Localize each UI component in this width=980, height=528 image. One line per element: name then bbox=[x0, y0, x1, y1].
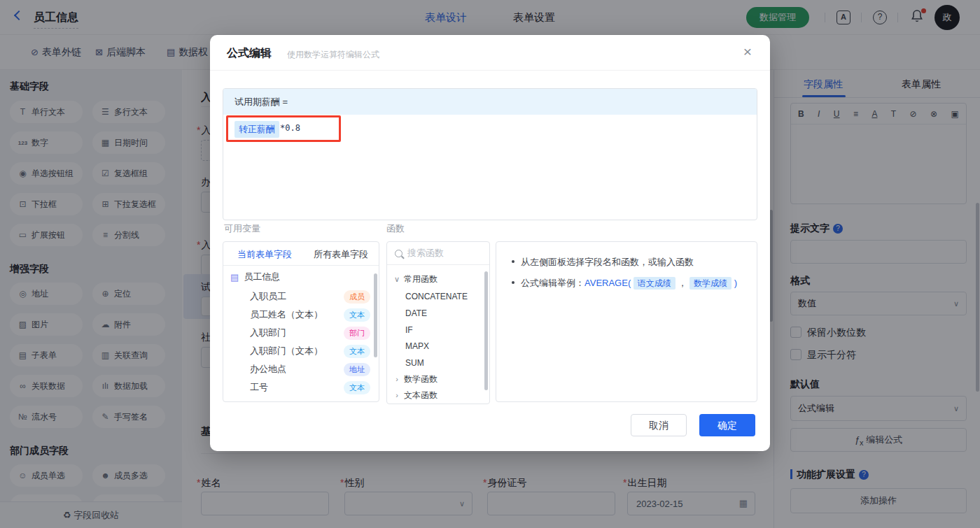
bullet bbox=[512, 281, 514, 284]
variable-tree-root[interactable]: ▤员工信息 bbox=[223, 268, 379, 286]
bullet bbox=[512, 260, 514, 263]
caret-down-icon: ∨ bbox=[393, 275, 400, 284]
example-chip: 数学成绩 bbox=[690, 277, 732, 290]
annotation-red-box bbox=[226, 115, 341, 142]
functions-panel: 搜索函数 ∨常用函数 CONCATENATE DATE IF MAPX SUM … bbox=[386, 241, 490, 404]
tip-line-1: 从左侧面板选择字段名和函数，或输入函数 bbox=[512, 256, 694, 269]
function-group-common[interactable]: ∨常用函数 bbox=[387, 271, 489, 287]
modal-title: 公式编辑 bbox=[227, 46, 272, 61]
variable-item[interactable]: 办公地点地址 bbox=[223, 360, 379, 378]
divider bbox=[210, 70, 770, 71]
function-group-text[interactable]: ›文本函数 bbox=[387, 387, 489, 404]
type-badge: 文本 bbox=[344, 345, 370, 358]
variable-item[interactable]: 入职员工成员 bbox=[223, 287, 379, 306]
function-item[interactable]: DATE bbox=[387, 305, 489, 322]
functions-scrollbar[interactable] bbox=[484, 271, 488, 390]
search-placeholder: 搜索函数 bbox=[407, 247, 444, 259]
variables-scrollbar[interactable] bbox=[374, 273, 377, 357]
tab-current-form-fields[interactable]: 当前表单字段 bbox=[237, 248, 292, 261]
caret-right-icon: › bbox=[393, 375, 400, 383]
divider bbox=[223, 265, 379, 266]
type-badge: 文本 bbox=[344, 381, 370, 394]
function-item[interactable]: IF bbox=[387, 322, 489, 338]
cancel-button[interactable]: 取消 bbox=[631, 414, 687, 436]
functions-label: 函数 bbox=[386, 222, 405, 235]
search-icon bbox=[395, 250, 402, 257]
type-badge: 部门 bbox=[344, 327, 370, 340]
confirm-button[interactable]: 确定 bbox=[699, 414, 755, 436]
close-icon[interactable]: × bbox=[739, 43, 756, 60]
formula-input-area[interactable]: 试用期薪酬 = 转正薪酬 *0.8 bbox=[223, 88, 757, 220]
type-badge: 地址 bbox=[344, 363, 370, 376]
form-doc-icon: ▤ bbox=[230, 272, 239, 283]
tips-panel: 从左侧面板选择字段名和函数，或输入函数 公式编辑举例：AVERAGE( 语文成绩… bbox=[496, 241, 757, 402]
type-badge: 文本 bbox=[344, 308, 370, 322]
function-group-math[interactable]: ›数学函数 bbox=[387, 371, 489, 387]
type-badge: 成员 bbox=[344, 290, 370, 304]
variables-panel: 当前表单字段 所有表单字段 ▤员工信息 入职员工成员 员工姓名（文本）文本 入职… bbox=[223, 241, 379, 402]
example-chip: 语文成绩 bbox=[634, 277, 676, 290]
function-search[interactable]: 搜索函数 bbox=[387, 242, 489, 265]
formula-editor-modal: 公式编辑 使用数学运算符编辑公式 × 试用期薪酬 = 转正薪酬 *0.8 可用变… bbox=[210, 35, 770, 451]
formula-target: 试用期薪酬 = bbox=[223, 89, 757, 115]
tab-all-form-fields[interactable]: 所有表单字段 bbox=[314, 248, 368, 261]
modal-subtitle: 使用数学运算符编辑公式 bbox=[287, 49, 379, 61]
variable-item[interactable]: 入职部门部门 bbox=[223, 324, 379, 342]
variable-item[interactable]: 员工姓名（文本）文本 bbox=[223, 306, 379, 324]
tip-line-2: 公式编辑举例：AVERAGE( 语文成绩 ， 数学成绩 ) bbox=[512, 277, 737, 290]
function-item[interactable]: CONCATENATE bbox=[387, 288, 489, 305]
function-item[interactable]: SUM bbox=[387, 355, 489, 371]
variables-label: 可用变量 bbox=[224, 222, 260, 235]
variable-item[interactable]: 入职部门（文本）文本 bbox=[223, 342, 379, 360]
caret-right-icon: › bbox=[393, 391, 400, 399]
variable-item[interactable]: 工号文本 bbox=[223, 378, 379, 397]
function-item[interactable]: MAPX bbox=[387, 338, 489, 355]
